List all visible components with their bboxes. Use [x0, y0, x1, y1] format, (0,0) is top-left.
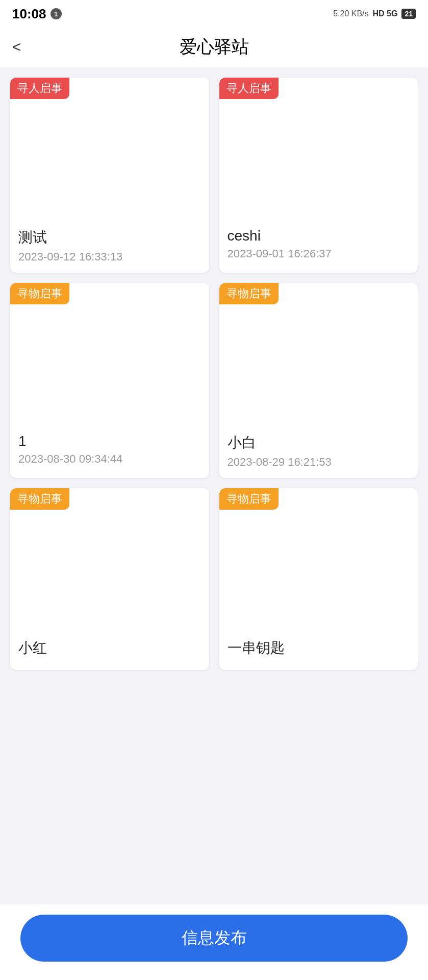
speed-indicator: 5.20 KB/s — [333, 9, 368, 18]
card-info: 1 2023-08-30 09:34:44 — [10, 426, 209, 475]
card-image-wrapper: 寻人启事 — [219, 78, 418, 221]
card-tag: 寻人启事 — [219, 78, 279, 99]
card-image-wrapper: 寻物启事 — [219, 283, 418, 426]
card-info: 小红 — [10, 631, 209, 670]
card-image-wrapper: 寻物启事 — [10, 488, 209, 631]
publish-bar: 信息发布 — [0, 904, 428, 980]
card-tag: 寻物启事 — [10, 283, 69, 304]
list-item[interactable]: 寻物启事 小白 2023-08-29 16:21:53 — [219, 283, 418, 478]
list-item[interactable]: 寻人启事 ceshi 2023-09-01 16:26:37 — [219, 78, 418, 273]
card-name: 一串钥匙 — [228, 638, 410, 658]
card-tag: 寻物启事 — [219, 488, 279, 510]
page-header: < 爱心驿站 — [0, 27, 428, 67]
card-name: 小红 — [18, 638, 201, 658]
card-image-placeholder — [219, 488, 418, 631]
status-time: 10:08 — [12, 6, 46, 22]
card-image-placeholder — [10, 78, 209, 221]
card-image-wrapper: 寻物启事 — [219, 488, 418, 631]
battery-indicator: 21 — [401, 9, 416, 19]
card-image-placeholder — [10, 283, 209, 426]
list-item[interactable]: 寻物启事 小红 — [10, 488, 209, 670]
status-icons: 5.20 KB/s HD 5G 21 — [333, 9, 416, 19]
card-tag: 寻物启事 — [219, 283, 279, 304]
list-item[interactable]: 寻物启事 1 2023-08-30 09:34:44 — [10, 283, 209, 478]
card-info: 测试 2023-09-12 16:33:13 — [10, 221, 209, 273]
notification-badge: 1 — [51, 8, 62, 19]
card-date: 2023-08-29 16:21:53 — [228, 456, 410, 469]
card-date: 2023-09-12 16:33:13 — [18, 250, 201, 264]
status-bar: 10:08 1 5.20 KB/s HD 5G 21 — [0, 0, 428, 27]
card-date: 2023-09-01 16:26:37 — [228, 247, 410, 260]
card-name: ceshi — [228, 228, 410, 244]
card-image-placeholder — [10, 488, 209, 631]
card-name: 小白 — [228, 433, 410, 452]
card-name: 测试 — [18, 228, 201, 247]
content-area: 寻人启事 测试 2023-09-12 16:33:13 寻人启事 ceshi 2… — [0, 67, 428, 752]
network-indicator: HD 5G — [373, 9, 398, 18]
card-info: 小白 2023-08-29 16:21:53 — [219, 426, 418, 478]
card-date: 2023-08-30 09:34:44 — [18, 452, 201, 466]
list-item[interactable]: 寻人启事 测试 2023-09-12 16:33:13 — [10, 78, 209, 273]
page-title: 爱心驿站 — [180, 35, 249, 59]
card-info: 一串钥匙 — [219, 631, 418, 670]
list-item[interactable]: 寻物启事 一串钥匙 — [219, 488, 418, 670]
card-tag: 寻人启事 — [10, 78, 69, 99]
card-name: 1 — [18, 433, 201, 449]
cards-grid: 寻人启事 测试 2023-09-12 16:33:13 寻人启事 ceshi 2… — [10, 78, 418, 670]
back-button[interactable]: < — [12, 38, 21, 56]
card-image-placeholder — [219, 78, 418, 221]
card-image-placeholder — [219, 283, 418, 426]
publish-button[interactable]: 信息发布 — [20, 915, 408, 962]
card-image-wrapper: 寻人启事 — [10, 78, 209, 221]
card-tag: 寻物启事 — [10, 488, 69, 510]
card-info: ceshi 2023-09-01 16:26:37 — [219, 221, 418, 270]
card-image-wrapper: 寻物启事 — [10, 283, 209, 426]
